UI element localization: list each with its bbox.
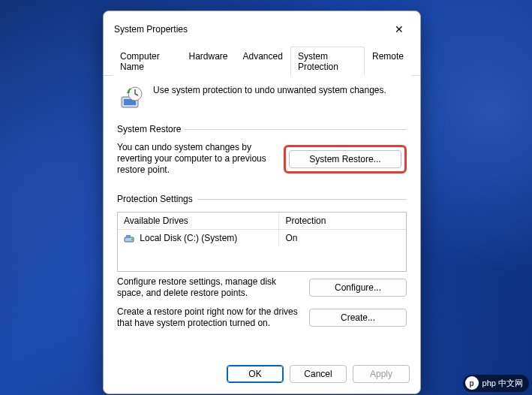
system-restore-section: System Restore You can undo system chang… — [117, 124, 407, 183]
system-restore-icon — [119, 85, 144, 110]
close-button[interactable]: ✕ — [389, 19, 410, 40]
titlebar: System Properties ✕ — [104, 11, 420, 46]
system-restore-desc: You can undo system changes by reverting… — [117, 142, 275, 176]
create-button[interactable]: Create... — [309, 309, 407, 327]
tab-hardware[interactable]: Hardware — [181, 47, 235, 76]
drive-icon — [124, 234, 134, 243]
cancel-button[interactable]: Cancel — [290, 365, 347, 383]
configure-desc: Configure restore settings, manage disk … — [117, 276, 300, 299]
configure-button[interactable]: Configure... — [309, 279, 407, 297]
php-logo-icon: p — [465, 376, 479, 390]
dialog-body: Use system protection to undo unwanted s… — [104, 76, 420, 357]
tab-advanced[interactable]: Advanced — [236, 47, 290, 76]
svg-rect-5 — [126, 235, 131, 238]
tab-bar: Computer Name Hardware Advanced System P… — [104, 46, 420, 76]
close-icon: ✕ — [395, 23, 404, 35]
tab-remote[interactable]: Remote — [365, 47, 411, 76]
apply-button[interactable]: Apply — [353, 365, 410, 383]
tab-system-protection[interactable]: System Protection — [290, 47, 365, 76]
system-restore-highlight: System Restore... — [284, 145, 407, 173]
ok-button[interactable]: OK — [227, 365, 284, 383]
protection-settings-legend: Protection Settings — [117, 194, 197, 204]
svg-point-6 — [131, 239, 133, 240]
create-desc: Create a restore point right now for the… — [117, 306, 300, 329]
table-header: Available Drives Protection — [118, 213, 406, 230]
dialog-footer: OK Cancel Apply — [104, 357, 420, 393]
col-protection: Protection — [279, 213, 406, 229]
dialog-title: System Properties — [114, 24, 188, 35]
system-restore-button[interactable]: System Restore... — [289, 150, 401, 168]
drive-name: Local Disk (C:) (System) — [140, 233, 237, 243]
intro-text: Use system protection to undo unwanted s… — [153, 85, 407, 96]
drive-protection: On — [279, 230, 406, 246]
table-row[interactable]: Local Disk (C:) (System) On — [118, 230, 406, 246]
protection-settings-section: Protection Settings Available Drives Pro… — [117, 194, 407, 336]
watermark-text: php 中文网 — [482, 378, 523, 389]
intro-row: Use system protection to undo unwanted s… — [117, 85, 407, 110]
system-properties-dialog: System Properties ✕ Computer Name Hardwa… — [103, 11, 421, 394]
tab-computer-name[interactable]: Computer Name — [113, 47, 181, 76]
col-available-drives: Available Drives — [118, 213, 279, 229]
drives-table[interactable]: Available Drives Protection Local Disk (… — [117, 212, 407, 272]
system-restore-legend: System Restore — [117, 124, 185, 134]
watermark: p php 中文网 — [463, 375, 529, 392]
